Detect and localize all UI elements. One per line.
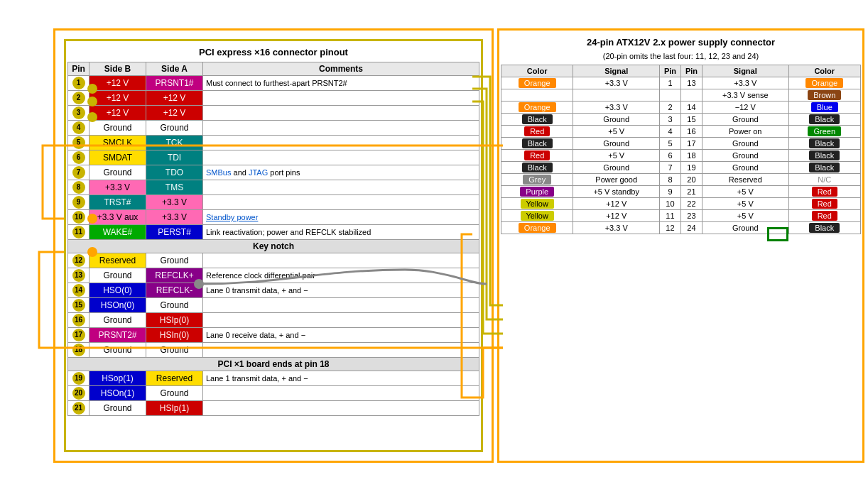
atx-left-pin: 2 [659, 102, 680, 114]
table-row: 17 [68, 328, 89, 343]
side-b-cell: SMDAT [89, 150, 146, 165]
table-row: 1 [68, 76, 89, 91]
side-a-cell: HSIp(1) [146, 401, 203, 416]
atx-right-color: N/C [788, 174, 860, 186]
atx-table: Color Signal Pin Pin Signal Color Orange… [501, 65, 861, 234]
atx-right-signal: Ground [702, 138, 788, 150]
pci-col-sidea: Side A [146, 62, 203, 76]
side-a-cell: Ground [146, 386, 203, 401]
atx-left-pin: 12 [659, 222, 680, 234]
side-b-cell: Ground [89, 268, 146, 283]
atx-right-signal: Power on [702, 126, 788, 138]
comment-cell [203, 136, 479, 150]
atx-left-color: Orange [501, 77, 573, 89]
table-row: 3 [68, 106, 89, 121]
side-b-cell: HSop(1) [89, 371, 146, 386]
atx-left-signal: +5 V [573, 150, 660, 162]
atx-left-color [501, 89, 573, 102]
atx-right-color: Brown [788, 89, 860, 102]
table-row: 16 [68, 313, 89, 328]
comment-cell: Standby power [203, 210, 479, 225]
atx-right-color: Black [788, 114, 860, 126]
side-a-cell: PERST# [146, 225, 203, 240]
comment-cell [203, 91, 479, 106]
comment-cell: Link reactivation; power and REFCLK stab… [203, 225, 479, 240]
atx-left-pin: 8 [659, 174, 680, 186]
atx-right-color: Red [788, 210, 860, 222]
side-b-cell: HSOn(0) [89, 298, 146, 313]
atx-right-pin [680, 89, 702, 102]
atx-right-pin: 22 [680, 198, 702, 210]
side-a-cell: Ground [146, 343, 203, 358]
atx-title: 24-pin ATX12V 2.x power supply connector [501, 34, 861, 50]
pci-table: Pin Side B Side A Comments 1 +12 V PRSNT… [67, 62, 479, 416]
atx-left-pin: 1 [659, 77, 680, 89]
table-row: 13 [68, 268, 89, 283]
side-b-cell: Ground [89, 401, 146, 416]
side-a-cell: REFCLK+ [146, 268, 203, 283]
comment-cell: Lane 0 receive data, + and − [203, 328, 479, 343]
atx-right-pin: 13 [680, 77, 702, 89]
atx-subtitle: (20-pin omits the last four: 11, 12, 23 … [501, 50, 861, 62]
side-a-cell: Ground [146, 253, 203, 268]
atx-right-color: Red [788, 186, 860, 198]
atx-right-pin: 24 [680, 222, 702, 234]
table-row: 19 [68, 371, 89, 386]
atx-right-signal: Reserved [702, 174, 788, 186]
atx-right-signal: −12 V [702, 102, 788, 114]
atx-left-signal: +12 V [573, 210, 660, 222]
comment-cell: Lane 1 transmit data, + and − [203, 371, 479, 386]
atx-left-signal: +5 V [573, 126, 660, 138]
atx-left-color: Grey [501, 174, 573, 186]
atx-right-color: Black [788, 162, 860, 174]
atx-right-pin: 14 [680, 102, 702, 114]
comment-cell [203, 343, 479, 358]
table-row: 12 [68, 253, 89, 268]
table-row: 7 [68, 165, 89, 180]
atx-right-pin: 15 [680, 114, 702, 126]
atx-left-color: Yellow [501, 198, 573, 210]
atx-left-signal [573, 89, 660, 102]
atx-right-pin: 23 [680, 210, 702, 222]
pci-col-comments: Comments [203, 62, 479, 76]
side-b-cell: Ground [89, 121, 146, 136]
side-b-cell: +12 V [89, 76, 146, 91]
pci-title: PCI express ×16 connector pinout [67, 43, 479, 62]
atx-right-signal: Ground [702, 162, 788, 174]
side-b-cell: PRSNT2# [89, 328, 146, 343]
side-a-cell: HSIp(0) [146, 313, 203, 328]
table-row: 9 [68, 195, 89, 210]
atx-left-signal: Ground [573, 114, 660, 126]
table-row: 5 [68, 136, 89, 150]
side-b-cell: +12 V [89, 106, 146, 121]
separator-row: PCI ×1 board ends at pin 18 [68, 358, 479, 371]
atx-right-pin: 18 [680, 150, 702, 162]
atx-right-color: Black [788, 150, 860, 162]
atx-right-pin: 20 [680, 174, 702, 186]
atx-right-color: Black [788, 138, 860, 150]
atx-left-signal: +3.3 V [573, 102, 660, 114]
atx-right-signal: Ground [702, 222, 788, 234]
atx-right-signal: +3.3 V [702, 77, 788, 89]
atx-right-signal: Ground [702, 114, 788, 126]
atx-right-signal: +5 V [702, 186, 788, 198]
atx-left-color: Orange [501, 102, 573, 114]
atx-left-pin: 3 [659, 114, 680, 126]
comment-cell [203, 253, 479, 268]
side-a-cell: PRSNT1# [146, 76, 203, 91]
comment-cell: SMBus and JTAG port pins [203, 165, 479, 180]
side-b-cell: TRST# [89, 195, 146, 210]
comment-cell [203, 106, 479, 121]
atx-left-signal: Ground [573, 138, 660, 150]
side-a-cell: TMS [146, 180, 203, 195]
side-a-cell: TDO [146, 165, 203, 180]
side-b-cell: +12 V [89, 91, 146, 106]
side-a-cell: TDI [146, 150, 203, 165]
atx-left-signal: +3.3 V [573, 77, 660, 89]
atx-left-color: Black [501, 114, 573, 126]
comment-cell [203, 401, 479, 416]
atx-left-color: Black [501, 138, 573, 150]
table-row: 4 [68, 121, 89, 136]
atx-left-pin: 4 [659, 126, 680, 138]
side-b-cell: +3.3 V [89, 180, 146, 195]
